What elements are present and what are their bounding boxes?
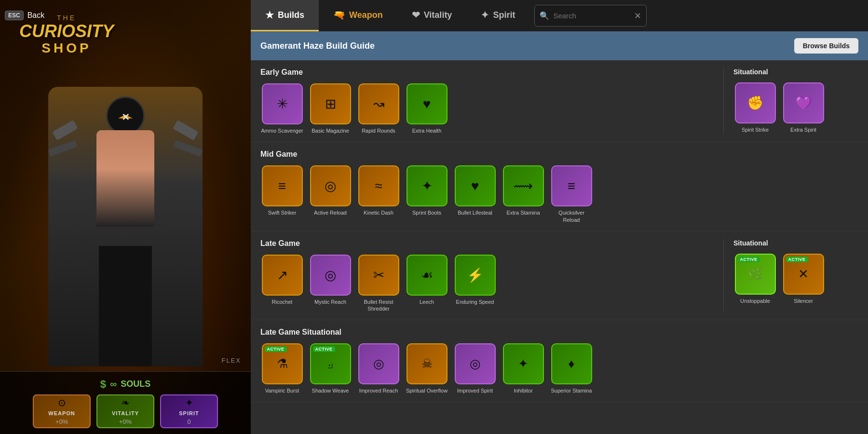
tab-spirit[interactable]: ✦ Spirit: [466, 0, 529, 31]
unstoppable-icon: ACTIVE 🌿: [735, 254, 776, 295]
browse-builds-button[interactable]: Browse Builds: [794, 38, 858, 54]
sprint-boots-icon: ✦: [407, 165, 448, 206]
character-display: ✕: [10, 68, 241, 366]
early-game-section: Early Game ✳ Ammo Scavenger ⊞ Basic Maga…: [251, 60, 868, 142]
silencer-icon: ACTIVE ✕: [783, 254, 824, 295]
spiritual-overflow-label: Spiritual Overflow: [406, 387, 448, 394]
quicksilver-reload-label: Quicksilver Reload: [550, 209, 593, 223]
extra-stamina-label: Extra Stamina: [506, 209, 540, 216]
vitality-icon: ❧: [122, 397, 130, 408]
item-basic-magazine[interactable]: ⊞ Basic Magazine: [309, 83, 352, 134]
item-quicksilver-reload[interactable]: ≡ Quicksilver Reload: [550, 165, 593, 223]
item-silencer[interactable]: ACTIVE ✕ Silencer: [782, 254, 825, 304]
stat-weapon[interactable]: ⊙ WEAPON +0%: [33, 394, 91, 428]
mid-game-header: Mid Game: [260, 150, 858, 159]
enduring-speed-icon: ⚡: [455, 255, 496, 296]
spirit-stat-label: SPIRIT: [179, 410, 199, 416]
rapid-rounds-label: Rapid Rounds: [362, 127, 395, 134]
item-leech[interactable]: ☙ Leech: [405, 255, 448, 312]
bullet-lifesteal-icon: ♥: [455, 165, 496, 206]
weapon-stat-label: WEAPON: [48, 410, 75, 416]
extra-health-icon: ♥: [407, 83, 448, 124]
item-mystic-reach[interactable]: ◎ Mystic Reach: [309, 255, 352, 312]
spirit-strike-label: Spirit Strike: [742, 126, 769, 133]
shadow-weave-active-badge: ACTIVE: [313, 346, 335, 352]
improved-reach-icon: ◎: [358, 343, 399, 384]
item-spirit-strike[interactable]: ✊ Spirit Strike: [733, 82, 777, 133]
improved-spirit-icon: ◎: [455, 343, 496, 384]
search-icon: 🔍: [540, 11, 549, 20]
superior-stamina-icon: ♦: [551, 343, 592, 384]
souls-infinity-icon: ∞: [110, 379, 117, 390]
item-active-reload[interactable]: ◎ Active Reload: [309, 165, 352, 223]
stat-spirit[interactable]: ✦ SPIRIT 0: [160, 394, 218, 428]
item-ammo-scavenger[interactable]: ✳ Ammo Scavenger: [260, 83, 304, 134]
late-game-items: ↗ Ricochet ◎ Mystic Reach ✂: [260, 255, 714, 312]
item-shadow-weave[interactable]: ACTIVE ⟓ Shadow Weave: [309, 343, 352, 394]
bullet-resist-shredder-label: Bullet Resist Shredder: [357, 298, 400, 312]
item-swift-striker[interactable]: ≡ Swift Striker: [260, 165, 304, 223]
item-improved-reach[interactable]: ◎ Improved Reach: [357, 343, 400, 394]
item-enduring-speed[interactable]: ⚡ Enduring Speed: [453, 255, 497, 312]
stat-vitality[interactable]: ❧ VITALITY +0%: [96, 394, 154, 428]
spirit-tab-icon: ✦: [481, 9, 489, 21]
basic-magazine-label: Basic Magazine: [312, 127, 349, 134]
kinetic-dash-icon: ≈: [358, 165, 399, 206]
tab-vitality[interactable]: ❤ Vitality: [397, 0, 467, 31]
item-bullet-resist-shredder[interactable]: ✂ Bullet Resist Shredder: [357, 255, 400, 312]
shop-the: THE: [19, 14, 114, 22]
silencer-label: Silencer: [794, 298, 813, 304]
builds-tab-icon: ★: [265, 9, 274, 21]
shadow-weave-label: Shadow Weave: [312, 387, 349, 394]
shadow-weave-icon: ACTIVE ⟓: [310, 343, 351, 384]
vampiric-burst-icon: ACTIVE ⚗: [262, 343, 303, 384]
souls-icon: $: [100, 378, 106, 391]
late-game-situational-title: Late Game Situational: [260, 328, 341, 337]
item-inhibitor[interactable]: ✦ Inhibitor: [502, 343, 545, 394]
builds-tab-label: Builds: [278, 10, 304, 20]
basic-magazine-icon: ⊞: [310, 83, 351, 124]
right-panel: ★ Builds 🔫 Weapon ❤ Vitality ✦ Spirit 🔍 …: [251, 0, 868, 434]
item-extra-health[interactable]: ♥ Extra Health: [405, 83, 448, 134]
swift-striker-label: Swift Striker: [268, 209, 297, 216]
late-game-title: Late Game: [260, 239, 300, 248]
tab-builds[interactable]: ★ Builds: [251, 0, 319, 31]
item-unstoppable[interactable]: ACTIVE 🌿 Unstoppable: [733, 254, 777, 304]
vitality-tab-label: Vitality: [424, 10, 452, 20]
item-sprint-boots[interactable]: ✦ Sprint Boots: [405, 165, 448, 223]
search-input[interactable]: [553, 12, 630, 20]
item-vampiric-burst[interactable]: ACTIVE ⚗ Vampiric Burst: [260, 343, 304, 394]
bullet-lifesteal-label: Bullet Lifesteal: [458, 209, 492, 216]
character-head: ✕: [106, 96, 145, 135]
vampiric-burst-active-badge: ACTIVE: [265, 346, 287, 352]
early-situational-title: Situational: [733, 68, 768, 76]
late-game-situational-items: ACTIVE ⚗ Vampiric Burst ACTIVE ⟓ Shadow …: [260, 343, 858, 394]
late-game-situational-section: Late Game Situational ACTIVE ⚗ Vampiric …: [251, 320, 868, 402]
extra-health-label: Extra Health: [412, 127, 442, 134]
late-game-main: Late Game ↗ Ricochet ◎ Mystic Reach: [260, 239, 714, 312]
item-superior-stamina[interactable]: ♦ Superior Stamina: [550, 343, 593, 394]
item-spiritual-overflow[interactable]: ☠ Spiritual Overflow: [405, 343, 448, 394]
tab-bar: ★ Builds 🔫 Weapon ❤ Vitality ✦ Spirit 🔍 …: [251, 0, 868, 31]
item-extra-stamina[interactable]: ⟿ Extra Stamina: [502, 165, 545, 223]
close-icon[interactable]: ✕: [634, 11, 641, 21]
rapid-rounds-icon: ↝: [358, 83, 399, 124]
item-ricochet[interactable]: ↗ Ricochet: [260, 255, 304, 312]
late-situational-header: Situational: [733, 239, 858, 247]
superior-stamina-label: Superior Stamina: [551, 387, 592, 394]
ammo-scavenger-icon: ✳: [262, 83, 303, 124]
item-extra-spirit[interactable]: 💜 Extra Spirit: [782, 82, 825, 133]
vitality-stat-value: +0%: [119, 418, 132, 425]
item-rapid-rounds[interactable]: ↝ Rapid Rounds: [357, 83, 400, 134]
item-bullet-lifesteal[interactable]: ♥ Bullet Lifesteal: [453, 165, 497, 223]
unstoppable-active-badge: ACTIVE: [738, 257, 760, 262]
weapon-tab-label: Weapon: [349, 10, 383, 20]
flex-label: FLEX: [221, 357, 241, 364]
vampiric-burst-label: Vampiric Burst: [265, 387, 299, 394]
item-improved-spirit[interactable]: ◎ Improved Spirit: [453, 343, 497, 394]
search-box[interactable]: 🔍 ✕: [534, 5, 647, 27]
item-kinetic-dash[interactable]: ≈ Kinetic Dash: [357, 165, 400, 223]
spiritual-overflow-icon: ☠: [407, 343, 448, 384]
extra-spirit-icon: 💜: [783, 82, 824, 123]
tab-weapon[interactable]: 🔫 Weapon: [319, 0, 397, 31]
